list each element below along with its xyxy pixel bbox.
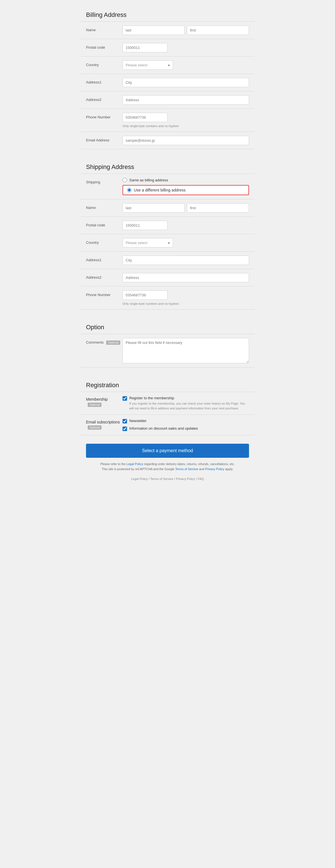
shipping-title: Shipping Address bbox=[80, 158, 255, 174]
shipping-address2-row: Address2 bbox=[80, 269, 255, 286]
billing-postal-row: Postal code bbox=[80, 39, 255, 57]
shipping-same-label: Same as billing address bbox=[129, 178, 168, 182]
billing-phone-input[interactable] bbox=[123, 113, 167, 122]
footer-legal-link[interactable]: Legal Policy bbox=[131, 477, 147, 480]
footer-note: Please refer to the Legal Policy regardi… bbox=[80, 461, 255, 473]
billing-phone-label: Phone Number bbox=[86, 113, 123, 119]
email-sub-checkbox-group: Newsletter Information on discount sales… bbox=[123, 419, 249, 431]
membership-checkbox-label: Register to the membership bbox=[129, 396, 249, 400]
billing-phone-row: Phone Number Only single-byte numbers an… bbox=[80, 109, 255, 132]
billing-postal-input[interactable] bbox=[123, 43, 167, 52]
shipping-option-label: Shipping bbox=[86, 178, 123, 184]
membership-checkbox[interactable] bbox=[123, 396, 127, 401]
shipping-country-label: Country bbox=[86, 238, 123, 245]
option-title: Option bbox=[80, 318, 255, 334]
discount-checkbox[interactable] bbox=[123, 427, 127, 431]
shipping-phone-input[interactable] bbox=[123, 290, 167, 300]
membership-row: Membership Optional Register to the memb… bbox=[80, 392, 255, 415]
discount-label: Information on discount sales and update… bbox=[129, 426, 198, 431]
shipping-different-option[interactable]: Use a different billing address bbox=[123, 185, 249, 195]
billing-postal-label: Postal code bbox=[86, 43, 123, 50]
tos-link[interactable]: Terms of Service bbox=[175, 467, 198, 471]
email-sub-optional-tag: Optional bbox=[88, 426, 101, 430]
comments-row: Comments Optional bbox=[80, 334, 255, 368]
shipping-different-label: Use a different billing address bbox=[134, 188, 186, 192]
billing-address2-row: Address2 bbox=[80, 91, 255, 109]
billing-country-label: Country bbox=[86, 60, 123, 67]
membership-checkbox-option[interactable]: Register to the membership If you regist… bbox=[123, 396, 249, 410]
email-sub-label: Email subscriptions bbox=[86, 420, 123, 424]
shipping-same-option[interactable]: Same as billing address bbox=[123, 178, 249, 182]
billing-name-label: Name bbox=[86, 26, 123, 32]
shipping-first-name-input[interactable] bbox=[187, 203, 249, 213]
shipping-address1-label: Address1 bbox=[86, 256, 123, 262]
shipping-country-row: Country Please select ▼ bbox=[80, 234, 255, 252]
shipping-address2-input[interactable] bbox=[123, 273, 249, 282]
discount-option[interactable]: Information on discount sales and update… bbox=[123, 426, 249, 431]
billing-email-input[interactable] bbox=[123, 136, 249, 145]
membership-optional-tag: Optional bbox=[88, 403, 101, 407]
shipping-postal-label: Postal code bbox=[86, 221, 123, 227]
billing-country-row: Country Please select ▼ bbox=[80, 57, 255, 74]
membership-description: If you register to the membership, you c… bbox=[129, 401, 249, 410]
billing-email-label: Email Address bbox=[86, 136, 123, 142]
billing-address1-label: Address1 bbox=[86, 78, 123, 84]
email-sub-label-wrap: Email subscriptions Optional bbox=[86, 419, 123, 430]
billing-title: Billing Address bbox=[80, 6, 255, 21]
shipping-radio-group: Same as billing address Use a different … bbox=[123, 178, 249, 195]
footer-faq-link[interactable]: FAQ bbox=[198, 477, 204, 480]
membership-label: Membership bbox=[86, 397, 123, 402]
shipping-postal-row: Postal code bbox=[80, 217, 255, 234]
shipping-last-name-input[interactable] bbox=[123, 203, 185, 213]
billing-name-row: Name bbox=[80, 22, 255, 39]
shipping-same-radio[interactable] bbox=[123, 178, 127, 182]
comments-label: Comments bbox=[86, 340, 104, 344]
payment-method-button[interactable]: Select a payment method bbox=[86, 444, 249, 458]
shipping-address1-row: Address1 bbox=[80, 252, 255, 269]
billing-address2-input[interactable] bbox=[123, 95, 249, 104]
billing-phone-hint: Only single-byte numbers and no hyphen bbox=[123, 124, 249, 128]
shipping-country-select[interactable]: Please select bbox=[123, 238, 173, 247]
newsletter-label: Newsletter bbox=[129, 419, 146, 423]
membership-checkbox-group: Register to the membership If you regist… bbox=[123, 396, 249, 410]
email-sub-row: Email subscriptions Optional Newsletter … bbox=[80, 415, 255, 435]
shipping-phone-row: Phone Number Only single-byte numbers an… bbox=[80, 286, 255, 310]
legal-policy-link[interactable]: Legal Policy bbox=[127, 462, 143, 466]
comments-textarea[interactable] bbox=[123, 338, 249, 363]
membership-label-wrap: Membership Optional bbox=[86, 396, 123, 407]
registration-title: Registration bbox=[80, 376, 255, 392]
billing-country-select[interactable]: Please select bbox=[123, 60, 173, 70]
shipping-address1-input[interactable] bbox=[123, 256, 249, 265]
comments-optional-tag: Optional bbox=[106, 341, 120, 345]
shipping-phone-label: Phone Number bbox=[86, 290, 123, 297]
footer-tos-link[interactable]: Terms of Service bbox=[150, 477, 173, 480]
billing-email-row: Email Address bbox=[80, 132, 255, 149]
billing-address2-label: Address2 bbox=[86, 95, 123, 102]
newsletter-checkbox[interactable] bbox=[123, 419, 127, 424]
shipping-option-row: Shipping Same as billing address Use a d… bbox=[80, 174, 255, 199]
shipping-address2-label: Address2 bbox=[86, 273, 123, 279]
billing-address1-row: Address1 bbox=[80, 74, 255, 91]
shipping-different-radio[interactable] bbox=[127, 188, 132, 192]
footer-links: Legal Policy / Terms of Service / Privac… bbox=[80, 473, 255, 482]
newsletter-option[interactable]: Newsletter bbox=[123, 419, 249, 424]
billing-last-name-input[interactable] bbox=[123, 26, 185, 35]
comments-label-wrap: Comments Optional bbox=[86, 338, 123, 344]
billing-address1-input[interactable] bbox=[123, 78, 249, 87]
shipping-phone-hint: Only single-byte numbers and no hyphen bbox=[123, 302, 249, 305]
shipping-name-row: Name bbox=[80, 199, 255, 217]
shipping-postal-input[interactable] bbox=[123, 221, 167, 230]
privacy-link[interactable]: Privacy Policy bbox=[205, 467, 224, 471]
billing-first-name-input[interactable] bbox=[187, 26, 249, 35]
shipping-name-label: Name bbox=[86, 203, 123, 210]
footer-privacy-link[interactable]: Privacy Policy bbox=[176, 477, 195, 480]
